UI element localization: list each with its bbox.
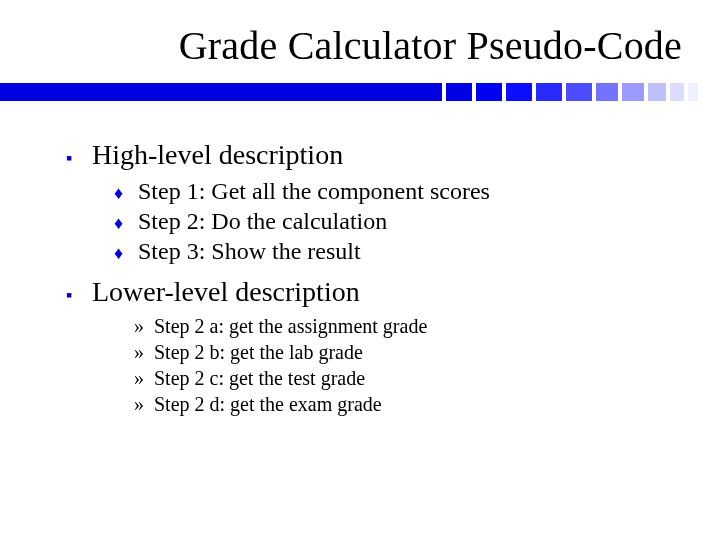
diamond-bullet-icon: ♦ xyxy=(114,212,138,235)
square-bullet-icon: ▪ xyxy=(66,144,92,172)
list-item: ♦ Step 1: Get all the component scores xyxy=(114,176,660,206)
high-level-steps: ♦ Step 1: Get all the component scores ♦… xyxy=(114,176,660,266)
lower-level-steps: » Step 2 a: get the assignment grade » S… xyxy=(134,313,660,417)
heading-high-level: ▪ High-level description xyxy=(66,139,660,172)
list-item: » Step 2 b: get the lab grade xyxy=(134,339,660,365)
step-text: Step 2 c: get the test grade xyxy=(154,365,365,391)
content-area: ▪ High-level description ♦ Step 1: Get a… xyxy=(0,101,720,417)
heading-text: High-level description xyxy=(92,139,343,171)
diamond-bullet-icon: ♦ xyxy=(114,242,138,265)
step-text: Step 2 a: get the assignment grade xyxy=(154,313,427,339)
list-item: » Step 2 a: get the assignment grade xyxy=(134,313,660,339)
step-text: Step 1: Get all the component scores xyxy=(138,176,490,206)
list-item: ♦ Step 3: Show the result xyxy=(114,236,660,266)
slide: Grade Calculator Pseudo-Code ▪ High-leve… xyxy=(0,0,720,540)
list-item: » Step 2 d: get the exam grade xyxy=(134,391,660,417)
title-underline xyxy=(0,83,720,101)
step-text: Step 3: Show the result xyxy=(138,236,361,266)
chevron-bullet-icon: » xyxy=(134,365,154,391)
chevron-bullet-icon: » xyxy=(134,391,154,417)
list-item: » Step 2 c: get the test grade xyxy=(134,365,660,391)
step-text: Step 2: Do the calculation xyxy=(138,206,387,236)
chevron-bullet-icon: » xyxy=(134,339,154,365)
heading-text: Lower-level description xyxy=(92,276,360,308)
heading-lower-level: ▪ Lower-level description xyxy=(66,276,660,309)
diamond-bullet-icon: ♦ xyxy=(114,182,138,205)
list-item: ♦ Step 2: Do the calculation xyxy=(114,206,660,236)
slide-title: Grade Calculator Pseudo-Code xyxy=(0,0,720,77)
step-text: Step 2 d: get the exam grade xyxy=(154,391,382,417)
step-text: Step 2 b: get the lab grade xyxy=(154,339,363,365)
square-bullet-icon: ▪ xyxy=(66,281,92,309)
chevron-bullet-icon: » xyxy=(134,313,154,339)
